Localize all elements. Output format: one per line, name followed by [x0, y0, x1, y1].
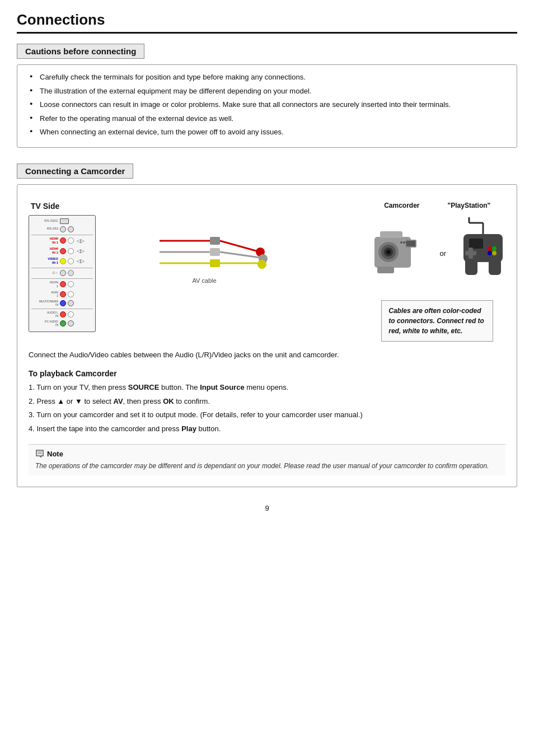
port-circle-white — [68, 281, 74, 287]
cable-svg: AV cable — [160, 202, 305, 314]
svg-line-7 — [220, 252, 260, 258]
port-circle — [60, 270, 66, 276]
svg-text:AV cable: AV cable — [193, 277, 217, 284]
cautions-box: Carefully check the terminals for positi… — [17, 64, 517, 148]
port-label: HDMIIN 1 — [31, 237, 58, 245]
port-circle — [68, 300, 74, 306]
playstation-illustration — [461, 217, 505, 290]
tv-port-row: RS-232C — [31, 218, 93, 224]
note-label: Note — [35, 449, 499, 458]
port-circle-white — [68, 291, 74, 297]
port-circle — [68, 226, 74, 232]
svg-rect-18 — [380, 231, 402, 238]
port-circle-blue — [60, 300, 66, 306]
camcorder-devices: or — [369, 217, 505, 290]
page-title: Connections — [17, 11, 517, 34]
step-2-text: Press ▲ or ▼ to select AV, then press OK… — [36, 397, 209, 405]
port-circle-red — [60, 291, 66, 297]
port-label: AV/IN1 — [31, 281, 58, 288]
connecting-section: TV Side RS-232C RS-232 HDMIIN 1 — [17, 184, 517, 488]
page-number: 9 — [17, 504, 517, 512]
step-3: 3. Turn on your camcorder and set it to … — [29, 409, 505, 421]
svg-rect-20 — [406, 241, 415, 246]
camcorder-section-header: Connecting a Camcorder — [17, 164, 133, 179]
port-circle-yellow — [60, 258, 66, 264]
svg-rect-3 — [210, 237, 220, 245]
port-label: VIDEOIN 1 — [31, 257, 58, 265]
port-circle-white — [68, 237, 74, 244]
tv-port-row: VIDEOIN 1 ◁▷ — [31, 257, 93, 265]
port-rect — [60, 218, 69, 224]
tv-port-row: RS-232 — [31, 226, 93, 232]
svg-rect-27 — [489, 255, 501, 275]
port-circle-red — [60, 237, 66, 244]
camcorder-label: Camcorder — [384, 202, 419, 209]
port-circle — [68, 320, 74, 326]
note-section: Note The operations of the camcorder may… — [29, 444, 505, 475]
tv-side-label: TV Side — [31, 202, 59, 211]
tv-port-row: MULTICINEMAIN — [31, 300, 93, 306]
caution-item: Loose connectors can result in image or … — [27, 99, 507, 110]
tv-port-row: AUDIO LIN — [31, 311, 93, 318]
svg-rect-30 — [465, 251, 476, 255]
tv-port-row: C↔ — [31, 270, 93, 276]
port-label: HDMIIN 2 — [31, 247, 58, 255]
note-text: The operations of the camcorder may be d… — [35, 461, 499, 471]
svg-rect-5 — [210, 259, 220, 267]
step-3-text: Turn on your camcorder and set it to out… — [36, 410, 363, 419]
right-side: Camcorder "PlayStation" — [369, 202, 505, 342]
tv-port-row: AV/IN2 — [31, 291, 93, 297]
description-text: Connect the Audio/Video cables between t… — [29, 349, 505, 361]
note-label-text: Note — [47, 450, 63, 458]
port-circle-red — [60, 281, 66, 287]
port-label: RS-232 — [31, 227, 58, 231]
tv-side: TV Side RS-232C RS-232 HDMIIN 1 — [29, 202, 96, 333]
caution-item: Refer to the operating manual of the ext… — [27, 113, 507, 124]
tv-port-row: HDMIIN 2 ◁▷ — [31, 247, 93, 255]
svg-rect-21 — [377, 267, 394, 273]
tv-port-row: AV/IN1 — [31, 281, 93, 288]
step-4-num: 4. — [29, 424, 36, 433]
port-label: AV/IN2 — [31, 291, 58, 297]
playback-title: To playback Camcorder — [29, 369, 505, 378]
port-circle-white — [68, 258, 74, 264]
cautions-list: Carefully check the terminals for positi… — [27, 72, 507, 138]
step-3-num: 3. — [29, 410, 36, 419]
port-label: PC AUDIOIN — [31, 320, 58, 326]
or-text: or — [439, 249, 446, 258]
caution-item: When connecting an external device, turn… — [27, 127, 507, 138]
step-2: 2. Press ▲ or ▼ to select AV, then press… — [29, 396, 505, 407]
port-label: MULTICINEMAIN — [31, 300, 58, 306]
port-circle-red — [60, 311, 66, 318]
camcorder-illustration — [369, 223, 425, 284]
step-4: 4. Insert the tape into the camcorder an… — [29, 423, 505, 435]
svg-point-33 — [488, 251, 492, 255]
caution-item: The illustration of the external equipme… — [27, 86, 507, 97]
svg-point-17 — [386, 250, 391, 254]
tv-panel: RS-232C RS-232 HDMIIN 1 ◁▷ HDMIIN — [29, 215, 96, 333]
svg-rect-4 — [210, 248, 220, 256]
tv-port-row: PC AUDIOIN — [31, 320, 93, 326]
svg-point-22 — [400, 241, 402, 244]
diagram-area: TV Side RS-232C RS-232 HDMIIN 1 — [29, 202, 505, 342]
cautions-header: Cautions before connecting — [17, 44, 144, 59]
port-label: RS-232C — [31, 219, 58, 223]
color-coded-box: Cables are often color-coded to connecto… — [381, 300, 493, 342]
svg-rect-28 — [469, 239, 483, 249]
right-labels: Camcorder "PlayStation" — [384, 202, 490, 209]
step-2-num: 2. — [29, 397, 36, 405]
port-label: AUDIO LIN — [31, 311, 58, 318]
step-4-text: Insert the tape into the camcorder and p… — [36, 424, 221, 433]
port-circle — [68, 270, 74, 276]
step-1-num: 1. — [29, 383, 36, 391]
caution-item: Carefully check the terminals for positi… — [27, 72, 507, 83]
port-circle-white — [68, 311, 74, 318]
step-1: 1. Turn on your TV, then press SOURCE bu… — [29, 382, 505, 393]
port-label: C↔ — [31, 271, 58, 275]
svg-point-11 — [257, 260, 266, 269]
svg-point-32 — [492, 246, 496, 251]
cable-middle: AV cable — [107, 202, 358, 314]
note-icon — [35, 449, 44, 458]
playstation-label: "PlayStation" — [448, 202, 491, 209]
port-circle-red — [60, 248, 66, 254]
